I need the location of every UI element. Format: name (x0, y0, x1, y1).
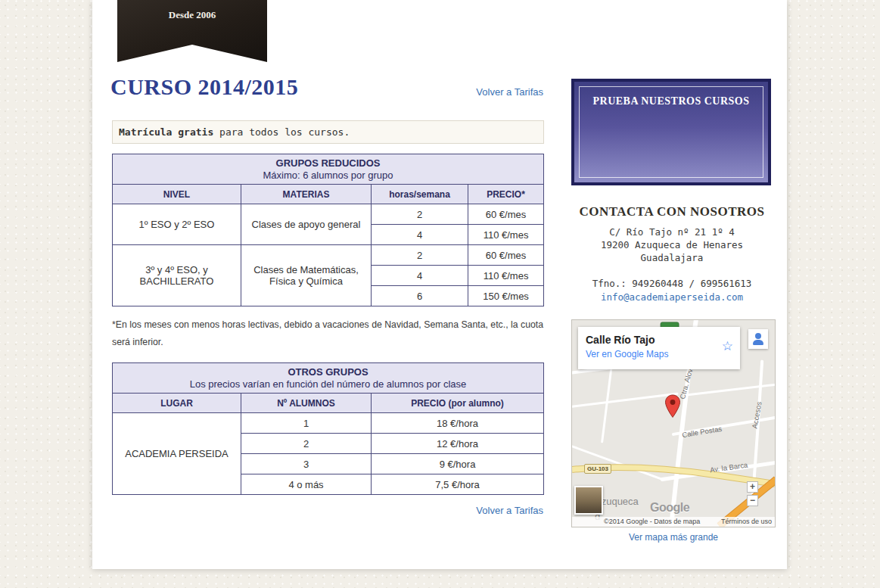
precio-cell: 18 €/hora (372, 413, 544, 434)
col-header-horas: horas/semana (372, 185, 468, 204)
map-link-row: Ver mapa más grande (571, 532, 776, 543)
table-row: ACADEMIA PERSEIDA 1 18 €/hora (113, 413, 544, 434)
notice-bold-text: Matrícula gratis (119, 126, 213, 138)
table-row: 3º y 4º ESO, y BACHILLERATO Clases de Ma… (113, 245, 544, 266)
contact-title: CONTACTA CON NOSOTROS (571, 204, 773, 219)
col-header-lugar: LUGAR (113, 394, 241, 413)
col-header-nivel: NIVEL (113, 185, 241, 204)
col-header-materias: MATERIAS (241, 185, 372, 204)
alumnos-cell: 3 (241, 454, 372, 474)
materias-cell: Clases de Matemáticas, Física y Química (241, 245, 372, 306)
table-title-cell: OTROS GRUPOS Los precios varían en funci… (113, 363, 544, 394)
table-title: GRUPOS REDUCIDOS (114, 157, 542, 169)
person-icon (752, 333, 764, 345)
col-header-alumnos: Nº ALUMNOS (241, 394, 372, 413)
horas-cell: 6 (372, 286, 468, 306)
address-line-3: Guadalajara (571, 251, 773, 264)
nivel-cell: 1º ESO y 2º ESO (113, 204, 241, 245)
save-star-icon[interactable]: ☆ (722, 338, 733, 354)
horas-cell: 4 (372, 266, 468, 286)
terms-of-use-link[interactable]: Términos de uso (721, 518, 772, 527)
materias-cell: Clases de apoyo general (241, 204, 372, 245)
free-enrollment-notice: Matrícula gratis para todos los cursos. (112, 120, 544, 144)
promo-banner-inner: PRUEBA NUESTROS CURSOS (574, 82, 768, 182)
precio-cell: 12 €/hora (372, 434, 544, 454)
precio-cell: 150 €/mes (468, 286, 544, 306)
map-place-name: Calle Río Tajo (586, 334, 732, 346)
table-title-row: OTROS GRUPOS Los precios varían en funci… (113, 363, 544, 394)
map-marker-icon[interactable] (664, 394, 681, 422)
grupos-reducidos-table: GRUPOS REDUCIDOS Máximo: 6 alumnos por g… (112, 154, 544, 306)
nivel-cell: 3º y 4º ESO, y BACHILLERATO (113, 245, 241, 306)
view-on-google-maps-link[interactable]: Ver en Google Maps (586, 349, 732, 359)
alumnos-cell: 2 (241, 434, 372, 454)
google-account-button[interactable] (748, 329, 768, 349)
column-header-row: NIVEL MATERIAS horas/semana PRECIO* (113, 185, 544, 204)
promo-title: PRUEBA NUESTROS CURSOS (574, 82, 768, 107)
notice-rest-text: para todos los cursos. (213, 126, 350, 138)
ribbon-text: Desde 2006 (169, 9, 216, 20)
map-info-card: Calle Río Tajo Ver en Google Maps ☆ (578, 327, 740, 369)
horas-cell: 2 (372, 245, 468, 266)
col-header-precio: PRECIO* (468, 185, 544, 204)
alumnos-cell: 1 (241, 413, 372, 434)
google-logo[interactable]: Google (650, 501, 689, 515)
zoom-in-button[interactable]: + (747, 481, 758, 493)
precio-cell: 60 €/mes (468, 245, 544, 266)
column-header-row: LUGAR Nº ALUMNOS PRECIO (por alumno) (113, 394, 544, 413)
table-title-cell: GRUPOS REDUCIDOS Máximo: 6 alumnos por g… (113, 154, 544, 185)
map-attribution-bar: ©2014 Google - Datos de mapa Términos de… (572, 517, 775, 527)
table-subtitle: Los precios varían en función del número… (114, 378, 542, 390)
gu-103-road-badge: GU-103 (584, 464, 611, 474)
contact-email-row: info@academiaperseida.com (571, 291, 773, 303)
alumnos-cell: 4 o más (241, 474, 372, 495)
promo-banner[interactable]: PRUEBA NUESTROS CURSOS (571, 79, 771, 185)
horas-cell: 2 (372, 204, 468, 225)
page-background: Desde 2006 CURSO 2014/2015 Volver a Tari… (0, 0, 880, 588)
table-title: OTROS GRUPOS (114, 366, 542, 378)
bottom-link-row: Volver a Tarifas (112, 505, 543, 516)
lugar-cell: ACADEMIA PERSEIDA (113, 413, 241, 495)
contact-phone: Tfno.: 949260448 / 699561613 (571, 277, 773, 290)
precio-cell: 7,5 €/hora (372, 474, 544, 495)
zoom-out-button[interactable]: − (747, 495, 758, 506)
col-header-precio-alumno: PRECIO (por alumno) (372, 394, 544, 413)
map-canvas[interactable]: Ctra. Alovera Calle Postas Av. la Barca … (571, 319, 776, 527)
horas-cell: 4 (372, 225, 468, 245)
otros-grupos-table: OTROS GRUPOS Los precios varían en funci… (112, 362, 544, 495)
email-link[interactable]: info@academiaperseida.com (601, 291, 743, 303)
larger-map-link[interactable]: Ver mapa más grande (629, 532, 718, 543)
address-line-1: C/ Río Tajo nº 21 1º 4 (571, 226, 773, 238)
price-footnote: *En los meses con menos horas lectivas, … (112, 316, 545, 351)
street-view-thumbnail[interactable] (574, 486, 603, 515)
back-to-tarifas-link-top[interactable]: Volver a Tarifas (476, 86, 543, 98)
map-copyright: ©2014 Google - Datos de mapa (604, 518, 700, 527)
back-to-tarifas-link-bottom[interactable]: Volver a Tarifas (476, 505, 543, 516)
precio-cell: 110 €/mes (468, 225, 544, 245)
table-row: 1º ESO y 2º ESO Clases de apoyo general … (113, 204, 544, 225)
table-title-row: GRUPOS REDUCIDOS Máximo: 6 alumnos por g… (113, 154, 544, 185)
top-link-row: Volver a Tarifas (112, 86, 543, 98)
contact-address: C/ Río Tajo nº 21 1º 4 19200 Azuqueca de… (571, 226, 773, 264)
address-line-2: 19200 Azuqueca de Henares (571, 238, 773, 251)
zoom-controls: + − (747, 481, 758, 509)
precio-cell: 110 €/mes (468, 266, 544, 286)
precio-cell: 60 €/mes (468, 204, 544, 225)
table-subtitle: Máximo: 6 alumnos por grupo (114, 170, 542, 181)
precio-cell: 9 €/hora (372, 454, 544, 474)
